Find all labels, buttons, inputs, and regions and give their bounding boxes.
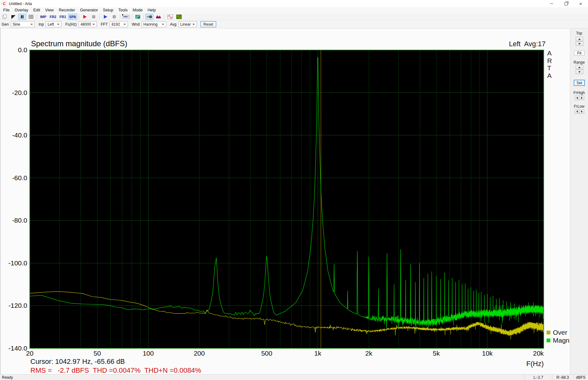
overlay-button[interactable] (9, 14, 17, 20)
red-play-icon (82, 14, 87, 19)
status-right-level: R:-88.3 (552, 375, 573, 380)
averaging-select[interactable]: Linear (178, 21, 197, 27)
restore-button[interactable] (559, 0, 573, 7)
stop-icon (91, 14, 96, 19)
menu-view[interactable]: View (43, 7, 56, 13)
sample-rate-select[interactable]: 48000 (78, 21, 97, 27)
mode-fr2-button[interactable]: FR2 (48, 14, 58, 20)
menu-edit[interactable]: Edit (31, 7, 43, 13)
pause-button[interactable] (18, 14, 26, 20)
main-toolbar: IMP FR2 FR1 SPA ABC (0, 13, 588, 20)
mode-spa-button[interactable]: SPA (68, 14, 77, 20)
blue-play-icon (103, 14, 108, 19)
frlow-label: FrLow (570, 104, 588, 109)
range-decrease-button[interactable] (576, 70, 583, 74)
over-color-swatch (547, 331, 550, 334)
menu-mode[interactable]: Mode (130, 7, 145, 13)
up-arrow-icon (578, 37, 581, 40)
table-view-button[interactable] (27, 14, 35, 20)
stop-icon (112, 14, 117, 19)
red-sine-wave-icon (167, 14, 173, 19)
up-arrow-icon (578, 65, 581, 68)
graph-settings-panel: Top Fit Range Set FrHigh FrLow (570, 28, 588, 374)
generator-type-value: Sine (13, 22, 20, 27)
close-button[interactable]: × (573, 0, 588, 7)
top-label: Top (570, 31, 588, 35)
menu-help[interactable]: Help (145, 7, 159, 13)
cursor-readout: Cursor: 1042.97 Hz, -65.66 dB (30, 358, 125, 366)
app-icon: C (2, 1, 7, 6)
channel-average-info: Left Avg:17 (440, 40, 546, 48)
status-left-level: L:-2.7 (524, 375, 552, 380)
arta-watermark: A R T A (547, 49, 552, 79)
close-icon: × (579, 1, 582, 6)
mode-fr1-button[interactable]: FR1 (58, 14, 67, 20)
fft-size-select[interactable]: 8192 (109, 21, 128, 27)
signal-generator-window-button[interactable] (166, 14, 174, 20)
menu-generator[interactable]: Generator (78, 7, 100, 13)
right-arrow-icon (581, 97, 584, 99)
microphone-button[interactable] (145, 14, 153, 20)
range-label: Range (570, 60, 588, 65)
top-decrease-button[interactable] (576, 41, 583, 46)
input-channel-select[interactable]: Left (46, 21, 61, 27)
arta-application-window: { "window": { "title": "Untitled - Arta"… (0, 0, 588, 380)
frlow-increase-button[interactable] (579, 109, 584, 114)
menu-bar: File Overlay Edit View Recorder Generato… (0, 7, 588, 13)
frhigh-increase-button[interactable] (579, 96, 584, 100)
menu-tools[interactable]: Tools (116, 7, 130, 13)
set-button[interactable]: Set (574, 80, 585, 86)
spectrum-analyzer-window-button[interactable] (175, 14, 183, 20)
fit-button[interactable]: Fit (574, 50, 585, 56)
legend-label: Magn (553, 337, 570, 344)
measurement-controls-bar: Gen Sine Inp Left Fs(Hz) 48000 FFT 8192 … (0, 20, 588, 28)
inp-label: Inp (39, 22, 44, 27)
copy-document-icon (2, 14, 7, 19)
fft-size-value: 8192 (111, 22, 120, 27)
generator-type-select[interactable]: Sine (11, 21, 35, 27)
toolbar-separator (132, 14, 132, 19)
title-bar: C Untitled - Arta × (0, 0, 588, 7)
status-message: Ready (0, 375, 13, 380)
toolbar-separator (164, 14, 164, 19)
grid-table-icon (28, 14, 34, 19)
chart-title: Spectrum magnitude (dBFS) (31, 39, 127, 48)
spectrum-plot[interactable] (0, 0, 588, 380)
menu-file[interactable]: File (1, 7, 12, 13)
minimize-icon (550, 3, 553, 4)
copy-window-button[interactable] (0, 14, 9, 20)
record-stop-button[interactable] (90, 14, 98, 20)
input-channel-value: Left (47, 22, 54, 27)
menu-overlay[interactable]: Overlay (12, 7, 31, 13)
microphone-icon (147, 14, 152, 19)
generator-start-button[interactable] (101, 14, 109, 20)
avg-label: Avg (170, 22, 176, 27)
legend-item-magn: Magn (547, 337, 570, 344)
wnd-label: Wnd (132, 22, 140, 27)
left-arrow-icon (575, 97, 578, 99)
menu-recorder[interactable]: Recorder (56, 7, 78, 13)
frhigh-spinner (575, 96, 584, 100)
frlow-decrease-button[interactable] (575, 109, 579, 114)
frlow-spinner (575, 109, 584, 114)
down-arrow-icon (578, 43, 581, 46)
mode-imp-button[interactable]: IMP (39, 14, 48, 20)
pause-icon (20, 14, 25, 19)
menu-setup[interactable]: Setup (100, 7, 116, 13)
window-function-select[interactable]: Hanning (141, 21, 166, 27)
top-increase-button[interactable] (576, 37, 583, 41)
record-start-button[interactable] (81, 14, 89, 20)
window-title: Untitled - Arta (9, 2, 32, 6)
frhigh-decrease-button[interactable] (575, 96, 579, 100)
range-increase-button[interactable] (576, 65, 583, 69)
ruler-icon (135, 14, 141, 19)
green-sine-wave-icon (176, 14, 182, 19)
generator-stop-button[interactable] (110, 14, 118, 20)
scale-setup-button[interactable] (134, 14, 142, 20)
magn-color-swatch (547, 339, 550, 342)
spectrum-scaling-button[interactable] (154, 14, 162, 20)
reset-button[interactable]: Reset (201, 21, 216, 27)
calibration-button[interactable]: ABC (122, 14, 130, 20)
toolbar-separator (120, 14, 120, 19)
minimize-button[interactable] (544, 0, 559, 7)
